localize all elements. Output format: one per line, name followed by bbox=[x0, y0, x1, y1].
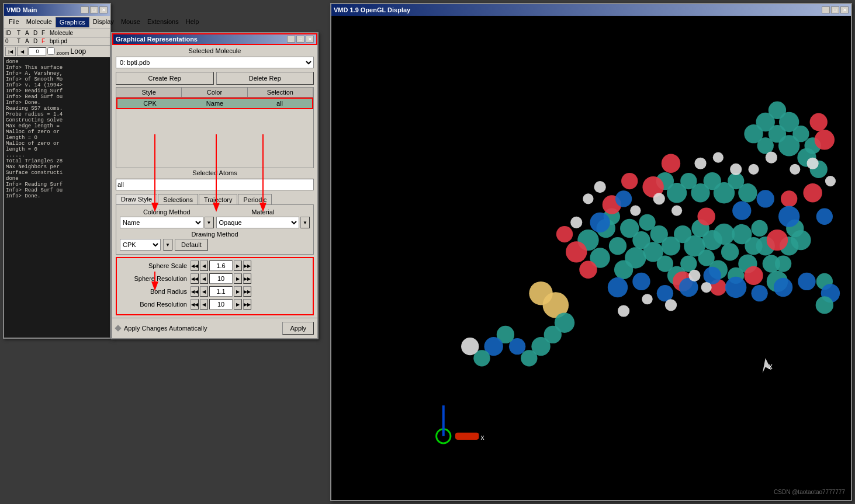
dm-arrow-icon[interactable]: ▼ bbox=[163, 239, 172, 251]
coloring-dropdown: Name ▼ bbox=[120, 217, 214, 228]
drawing-method-row: CPK ▼ Default bbox=[120, 239, 310, 251]
svg-point-3 bbox=[609, 237, 626, 255]
drawing-method-select[interactable]: CPK bbox=[120, 239, 161, 251]
bond-radius-dec-fast[interactable]: ◀◀ bbox=[191, 286, 199, 297]
bond-resolution-row: Bond Resolution ◀◀ ◀ 10 ▶ ▶▶ bbox=[119, 299, 310, 310]
bond-resolution-label: Bond Resolution bbox=[119, 301, 189, 308]
create-rep-button[interactable]: Create Rep bbox=[116, 72, 214, 85]
zoom-label: zoom bbox=[47, 47, 70, 56]
svg-point-62 bbox=[767, 230, 788, 251]
molecule-table-header: ID T A D F Molecule bbox=[4, 29, 110, 37]
col-d: D bbox=[33, 30, 41, 36]
console-line: Max Neighbors per bbox=[6, 164, 108, 170]
atoms-input[interactable] bbox=[116, 179, 314, 190]
console-line: Max edge length = bbox=[6, 123, 108, 129]
svg-point-96 bbox=[748, 164, 759, 175]
gr-close-btn[interactable]: ✕ bbox=[306, 36, 314, 43]
svg-point-28 bbox=[732, 224, 752, 244]
gr-minimize-btn[interactable]: _ bbox=[287, 36, 295, 43]
menu-extensions[interactable]: Extensions bbox=[144, 17, 182, 27]
svg-point-94 bbox=[713, 152, 724, 163]
sphere-scale-inc-fast[interactable]: ▶▶ bbox=[243, 260, 251, 271]
svg-point-81 bbox=[590, 213, 610, 232]
close-btn[interactable]: ✕ bbox=[99, 6, 108, 13]
apply-button[interactable]: Apply bbox=[282, 322, 314, 335]
menu-graphics[interactable]: Graphics bbox=[56, 17, 89, 27]
frame-input[interactable] bbox=[29, 47, 46, 55]
bond-radius-dec[interactable]: ◀ bbox=[200, 286, 208, 297]
console-output: done Info> This surface Info> A. Varshne… bbox=[4, 57, 110, 338]
bond-res-inc-fast[interactable]: ▶▶ bbox=[243, 299, 251, 310]
maximize-btn[interactable]: □ bbox=[90, 6, 98, 13]
coloring-arrow-icon[interactable]: ▼ bbox=[205, 217, 214, 228]
svg-point-105 bbox=[618, 305, 629, 317]
molecule-select[interactable]: 0: bpti.pdb bbox=[116, 57, 314, 68]
drawing-method-section: Drawing Method CPK ▼ Default bbox=[120, 231, 310, 251]
svg-point-73 bbox=[608, 277, 628, 297]
console-line: Info> Done. bbox=[6, 193, 108, 199]
bond-res-inc[interactable]: ▶ bbox=[234, 299, 242, 310]
tab-selections[interactable]: Selections bbox=[158, 194, 198, 204]
delete-rep-button[interactable]: Delete Rep bbox=[216, 72, 314, 85]
rep-table-row-0[interactable]: CPK Name all bbox=[116, 98, 313, 109]
sphere-res-inc[interactable]: ▶ bbox=[234, 273, 242, 284]
sphere-scale-dec-fast[interactable]: ◀◀ bbox=[191, 260, 199, 271]
tab-trajectory[interactable]: Trajectory bbox=[199, 194, 238, 204]
menu-help[interactable]: Help bbox=[182, 17, 203, 27]
bond-res-dec-fast[interactable]: ◀◀ bbox=[191, 299, 199, 310]
sphere-scale-row: Sphere Scale ◀◀ ◀ 1.6 ▶ ▶▶ bbox=[119, 260, 310, 271]
svg-point-72 bbox=[632, 273, 650, 290]
molecule-dropdown-row: 0: bpti.pdb bbox=[112, 55, 317, 69]
opengl-close-btn[interactable]: ✕ bbox=[840, 6, 849, 13]
zoom-checkbox[interactable] bbox=[47, 47, 55, 55]
prev-btn[interactable]: ◀ bbox=[17, 47, 27, 56]
opengl-maximize-btn[interactable]: □ bbox=[831, 6, 839, 13]
row-molecule: bpti.pd bbox=[50, 38, 109, 44]
opengl-viewport[interactable]: x x CSDN @taotaotao7777777 bbox=[331, 16, 851, 500]
default-button[interactable]: Default bbox=[175, 239, 208, 251]
menu-mouse[interactable]: Mouse bbox=[117, 17, 144, 27]
bond-radius-inc[interactable]: ▶ bbox=[234, 286, 242, 297]
sphere-res-dec-fast[interactable]: ◀◀ bbox=[191, 273, 199, 284]
material-arrow-icon[interactable]: ▼ bbox=[300, 217, 310, 228]
material-select[interactable]: Opaque bbox=[216, 217, 300, 228]
coloring-method-select[interactable]: Name bbox=[120, 217, 203, 228]
sphere-res-dec[interactable]: ◀ bbox=[200, 273, 208, 284]
bond-res-dec[interactable]: ◀ bbox=[200, 299, 208, 310]
material-dropdown: Opaque ▼ bbox=[216, 217, 310, 228]
row-f: F bbox=[41, 38, 50, 44]
sphere-scale-label: Sphere Scale bbox=[119, 262, 189, 269]
console-line: Malloc of zero or bbox=[6, 141, 108, 147]
svg-point-92 bbox=[671, 206, 682, 216]
tab-draw-style[interactable]: Draw Style bbox=[116, 194, 157, 204]
svg-point-66 bbox=[815, 130, 835, 150]
sphere-scale-inc[interactable]: ▶ bbox=[234, 260, 242, 271]
menu-display[interactable]: Display bbox=[89, 17, 117, 27]
console-line: done bbox=[6, 59, 108, 65]
selected-molecule-label: Selected Molecule bbox=[112, 45, 317, 55]
opengl-window: VMD 1.9 OpenGL Display _ □ ✕ bbox=[330, 3, 852, 501]
sphere-scale-dec[interactable]: ◀ bbox=[200, 260, 208, 271]
tab-periodic[interactable]: Periodic bbox=[238, 194, 272, 204]
gr-maximize-btn[interactable]: □ bbox=[296, 36, 304, 43]
molecule-table-row[interactable]: 0 T A D F bpti.pd bbox=[4, 37, 110, 45]
menu-molecule[interactable]: Molecule bbox=[23, 17, 56, 27]
coloring-method-label: Coloring Method bbox=[120, 208, 214, 215]
svg-point-87 bbox=[570, 217, 582, 228]
svg-point-91 bbox=[653, 193, 665, 204]
diamond-icon bbox=[115, 325, 121, 331]
console-line: Total Triangles 28 bbox=[6, 158, 108, 164]
col-f: F bbox=[41, 30, 50, 36]
cell-color: Name bbox=[182, 99, 247, 108]
skip-start-btn[interactable]: |◀ bbox=[5, 47, 16, 56]
minimize-btn[interactable]: _ bbox=[81, 6, 89, 13]
col-selection-header: Selection bbox=[248, 88, 313, 97]
svg-point-61 bbox=[744, 266, 763, 285]
svg-point-70 bbox=[566, 241, 587, 262]
drawing-method-label: Drawing Method bbox=[120, 231, 310, 238]
bond-radius-inc-fast[interactable]: ▶▶ bbox=[243, 286, 251, 297]
vmd-menubar: File Molecule Graphics Display Mouse Ext… bbox=[4, 16, 110, 29]
menu-file[interactable]: File bbox=[5, 17, 23, 27]
opengl-minimize-btn[interactable]: _ bbox=[822, 6, 830, 13]
sphere-res-inc-fast[interactable]: ▶▶ bbox=[243, 273, 251, 284]
